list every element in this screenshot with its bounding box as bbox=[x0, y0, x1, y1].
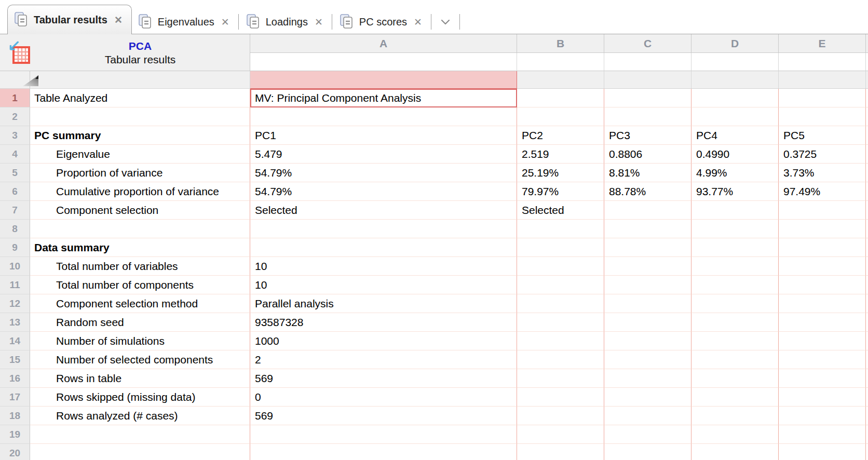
cell-b[interactable] bbox=[517, 238, 604, 257]
cell-e[interactable] bbox=[779, 294, 866, 313]
row-number[interactable]: 9 bbox=[0, 238, 30, 257]
row-number[interactable]: 16 bbox=[0, 369, 30, 388]
column-header-a[interactable]: A bbox=[250, 34, 517, 53]
cell-b[interactable] bbox=[517, 220, 604, 238]
row-number[interactable]: 6 bbox=[0, 182, 30, 201]
cell-b[interactable] bbox=[517, 388, 604, 407]
cell-d[interactable] bbox=[691, 238, 779, 257]
cell-d[interactable] bbox=[691, 332, 779, 350]
row-number[interactable]: 4 bbox=[0, 145, 30, 164]
cell-a[interactable]: 54.79% bbox=[250, 164, 517, 182]
cell-a[interactable]: 0 bbox=[250, 388, 517, 407]
cell-d[interactable] bbox=[691, 425, 779, 444]
cell-c[interactable] bbox=[604, 350, 691, 369]
cell-c[interactable] bbox=[604, 276, 691, 294]
cell-d[interactable] bbox=[691, 388, 779, 407]
cell-a[interactable] bbox=[250, 107, 517, 126]
cell-e[interactable] bbox=[779, 407, 866, 425]
column-header-d[interactable]: D bbox=[691, 34, 779, 53]
cell-a[interactable]: PC1 bbox=[250, 126, 517, 145]
tab-list-dropdown[interactable] bbox=[432, 10, 458, 34]
cell-a[interactable]: 2 bbox=[250, 350, 517, 369]
cell-c[interactable] bbox=[604, 369, 691, 388]
cell-c[interactable] bbox=[604, 425, 691, 444]
cell-a[interactable]: 569 bbox=[250, 407, 517, 425]
row-number[interactable]: 19 bbox=[0, 425, 30, 444]
row-number[interactable]: 20 bbox=[0, 444, 30, 460]
cell-b[interactable] bbox=[517, 313, 604, 332]
cell-d[interactable] bbox=[691, 444, 779, 460]
cell-b[interactable] bbox=[517, 369, 604, 388]
row-label[interactable]: Number of selected components bbox=[30, 350, 250, 369]
cell-c[interactable] bbox=[604, 313, 691, 332]
cell-c[interactable]: 0.8806 bbox=[604, 145, 691, 164]
cell-a[interactable]: 10 bbox=[250, 257, 517, 276]
row-label[interactable]: Random seed bbox=[30, 313, 250, 332]
cell-c[interactable] bbox=[604, 444, 691, 460]
cell-e[interactable] bbox=[779, 201, 866, 220]
row-label[interactable]: Rows analyzed (# cases) bbox=[30, 407, 250, 425]
cell-e[interactable] bbox=[779, 369, 866, 388]
cell-e[interactable] bbox=[779, 220, 866, 238]
cell-d[interactable]: 93.77% bbox=[691, 182, 779, 201]
cell-d[interactable] bbox=[691, 107, 779, 126]
cell-a[interactable]: 10 bbox=[250, 276, 517, 294]
select-all-triangle-icon[interactable] bbox=[23, 75, 38, 86]
cell-b[interactable] bbox=[517, 350, 604, 369]
cell-a[interactable] bbox=[250, 425, 517, 444]
cell-c[interactable] bbox=[604, 201, 691, 220]
cell-a[interactable] bbox=[250, 220, 517, 238]
row-label[interactable]: Total number of variables bbox=[30, 257, 250, 276]
cell-e[interactable] bbox=[779, 425, 866, 444]
cell-b[interactable]: Selected bbox=[517, 201, 604, 220]
tab-eigenvalues[interactable]: Eigenvalues ✕ bbox=[132, 10, 237, 34]
cell-c[interactable]: PC3 bbox=[604, 126, 691, 145]
cell-b[interactable] bbox=[517, 294, 604, 313]
subtitle-cell[interactable] bbox=[604, 53, 691, 71]
column-title-cell-e[interactable] bbox=[779, 71, 866, 89]
row-number[interactable]: 12 bbox=[0, 294, 30, 313]
cell-c[interactable] bbox=[604, 89, 691, 107]
cell-b[interactable]: 25.19% bbox=[517, 164, 604, 182]
cell-c[interactable] bbox=[604, 220, 691, 238]
cell-e[interactable] bbox=[779, 350, 866, 369]
row-label[interactable]: Table Analyzed bbox=[30, 89, 250, 107]
cell-b[interactable] bbox=[517, 332, 604, 350]
cell-e[interactable] bbox=[779, 332, 866, 350]
cell-e[interactable] bbox=[779, 89, 866, 107]
tab-loadings[interactable]: Loadings ✕ bbox=[240, 10, 331, 34]
cell-b[interactable]: 79.97% bbox=[517, 182, 604, 201]
row-label[interactable] bbox=[30, 444, 250, 460]
cell-d[interactable] bbox=[691, 220, 779, 238]
cell-e[interactable] bbox=[779, 276, 866, 294]
tab-tabular-results[interactable]: Tabular results ✕ bbox=[7, 5, 132, 34]
cell-a[interactable] bbox=[250, 238, 517, 257]
cell-e[interactable]: 0.3725 bbox=[779, 145, 866, 164]
row-number[interactable]: 1 bbox=[0, 89, 30, 107]
cell-e[interactable] bbox=[779, 313, 866, 332]
row-label[interactable]: PC summary bbox=[30, 126, 250, 145]
cell-b[interactable] bbox=[517, 257, 604, 276]
row-number[interactable]: 10 bbox=[0, 257, 30, 276]
cell-b[interactable]: PC2 bbox=[517, 126, 604, 145]
cell-b[interactable] bbox=[517, 276, 604, 294]
cell-a[interactable]: Selected bbox=[250, 201, 517, 220]
subtitle-cell[interactable] bbox=[517, 53, 604, 71]
row-number[interactable]: 14 bbox=[0, 332, 30, 350]
row-number[interactable]: 2 bbox=[0, 107, 30, 126]
row-number[interactable]: 11 bbox=[0, 276, 30, 294]
column-title-cell-b[interactable] bbox=[517, 71, 604, 89]
cell-b[interactable] bbox=[517, 89, 604, 107]
cell-c[interactable] bbox=[604, 407, 691, 425]
row-number[interactable]: 7 bbox=[0, 201, 30, 220]
cell-b[interactable] bbox=[517, 107, 604, 126]
row-label[interactable]: Cumulative proportion of variance bbox=[30, 182, 250, 201]
cell-d[interactable] bbox=[691, 257, 779, 276]
cell-d[interactable]: PC4 bbox=[691, 126, 779, 145]
cell-c[interactable] bbox=[604, 107, 691, 126]
row-number[interactable]: 3 bbox=[0, 126, 30, 145]
row-label[interactable]: Eigenvalue bbox=[30, 145, 250, 164]
column-header-c[interactable]: C bbox=[604, 34, 691, 53]
cell-a[interactable]: 93587328 bbox=[250, 313, 517, 332]
cell-c[interactable] bbox=[604, 388, 691, 407]
